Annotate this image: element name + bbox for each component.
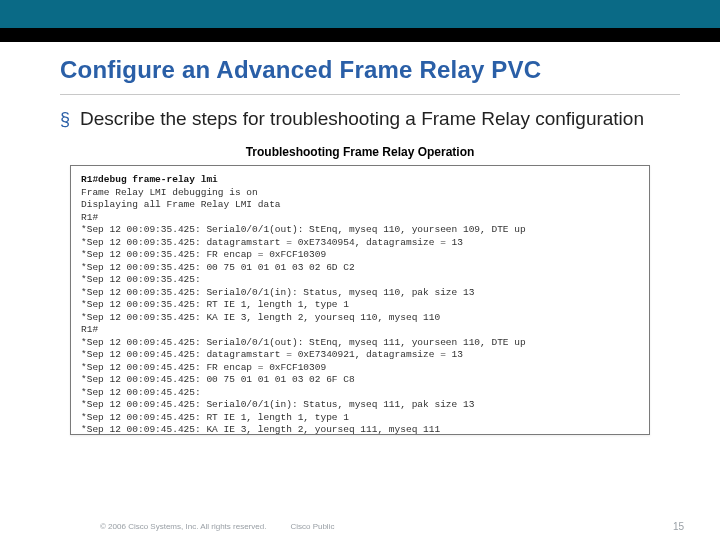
figure: Troubleshooting Frame Relay Operation R1… — [0, 131, 720, 435]
bullet-text: Describe the steps for troubleshooting a… — [80, 107, 644, 131]
footer-left: © 2006 Cisco Systems, Inc. All rights re… — [100, 522, 334, 531]
copyright-text: © 2006 Cisco Systems, Inc. All rights re… — [100, 522, 266, 531]
body: § Describe the steps for troubleshooting… — [0, 95, 720, 131]
bullet-marker: § — [60, 107, 70, 131]
top-accent-bar — [0, 0, 720, 28]
figure-title: Troubleshooting Frame Relay Operation — [70, 145, 650, 165]
page-number: 15 — [673, 521, 684, 532]
footer: © 2006 Cisco Systems, Inc. All rights re… — [0, 521, 720, 532]
slide-title: Configure an Advanced Frame Relay PVC — [0, 42, 720, 92]
terminal-lines: Frame Relay LMI debugging is on Displayi… — [81, 187, 526, 436]
terminal-output: R1#debug frame-relay lmi Frame Relay LMI… — [70, 165, 650, 435]
terminal-command: R1#debug frame-relay lmi — [81, 174, 218, 185]
bullet-item: § Describe the steps for troubleshooting… — [60, 107, 660, 131]
classification-text: Cisco Public — [290, 522, 334, 531]
top-black-bar — [0, 28, 720, 42]
slide: Configure an Advanced Frame Relay PVC § … — [0, 0, 720, 540]
